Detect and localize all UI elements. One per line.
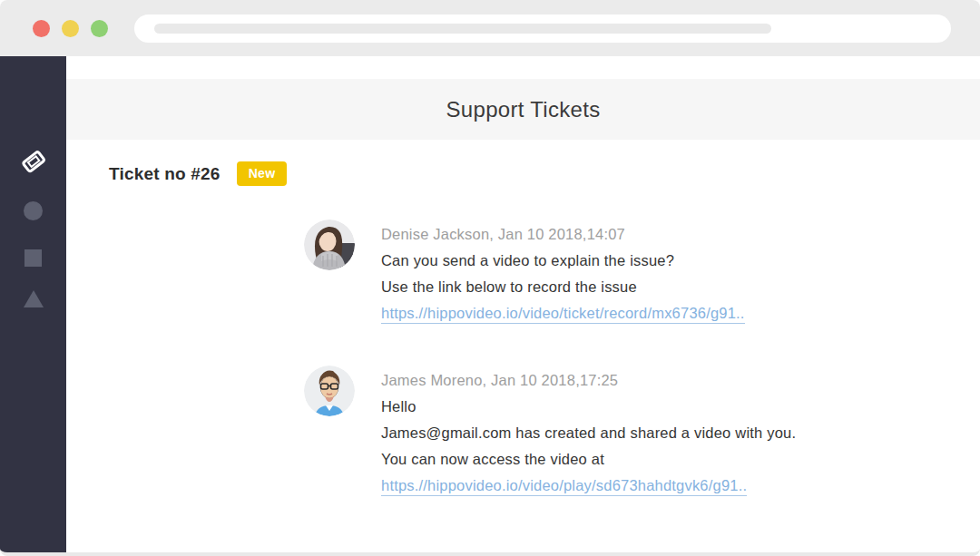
minimize-window-button[interactable]	[62, 20, 79, 37]
address-bar-text-stripe	[154, 24, 771, 34]
maximize-window-button[interactable]	[91, 20, 108, 37]
sidebar-item-circle[interactable]	[0, 192, 66, 229]
circle-icon	[24, 201, 43, 220]
ticket-icon	[20, 148, 47, 179]
play-video-link[interactable]: https.//hippovideo.io/video/play/sd673ha…	[381, 475, 747, 496]
message-body: James Moreno, Jan 10 2018,17:25 Hello Ja…	[381, 366, 796, 496]
message-denise: Denise Jackson, Jan 10 2018,14:07 Can yo…	[304, 219, 745, 324]
browser-window: Support Tickets Ticket no #26 New	[0, 0, 980, 556]
message-line: Can you send a video to explain the issu…	[381, 250, 745, 277]
close-window-button[interactable]	[33, 20, 50, 37]
new-status-badge: New	[237, 161, 288, 186]
message-line: You can now access the video at	[381, 449, 796, 475]
message-line: Use the link below to record the issue	[381, 277, 745, 303]
record-video-link[interactable]: https.//hippovideo.io/video/ticket/recor…	[381, 303, 745, 324]
page-title: Support Tickets	[446, 97, 601, 122]
triangle-icon	[24, 290, 44, 307]
page-header: Support Tickets	[66, 79, 980, 140]
avatar-james	[304, 366, 355, 416]
message-james: James Moreno, Jan 10 2018,17:25 Hello Ja…	[304, 366, 796, 496]
square-icon	[24, 249, 42, 267]
message-body: Denise Jackson, Jan 10 2018,14:07 Can yo…	[381, 219, 745, 324]
sidebar-item-square[interactable]	[0, 239, 66, 276]
address-bar[interactable]	[134, 15, 951, 43]
avatar-denise	[304, 219, 355, 270]
ticket-row: Ticket no #26 New	[109, 161, 287, 186]
sidebar-item-triangle[interactable]	[0, 280, 66, 317]
sidebar	[0, 56, 66, 556]
ticket-title: Ticket no #26	[109, 164, 220, 184]
message-line: James@gmail.com has created and shared a…	[381, 423, 796, 449]
browser-chrome	[0, 0, 980, 56]
message-line: Hello	[381, 396, 796, 423]
sidebar-item-tickets[interactable]	[0, 145, 66, 181]
message-author-meta: Denise Jackson, Jan 10 2018,14:07	[381, 224, 745, 250]
message-author-meta: James Moreno, Jan 10 2018,17:25	[381, 370, 796, 396]
